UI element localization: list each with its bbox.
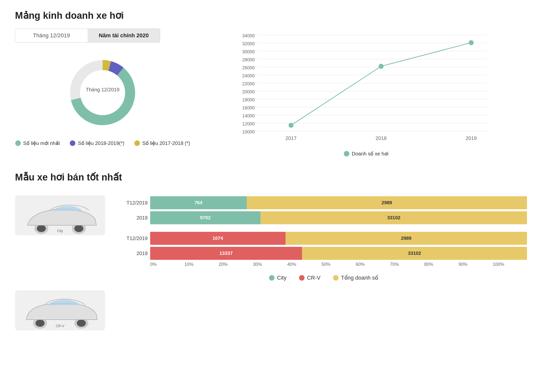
bar-legend-city: City [269, 275, 287, 281]
bar-label-crv-t12: T12/2019 [120, 236, 148, 241]
right-panel: 34000 32000 30000 28000 26000 24000 2200… [205, 29, 527, 157]
legend-dot-2 [134, 140, 140, 146]
car-image-city: City [15, 195, 105, 235]
legend-item-2: Số liệu 2017-2018 (*) [134, 140, 190, 146]
x-label-10: 10% [184, 262, 219, 267]
legend-label-2: Số liệu 2017-2018 (*) [142, 140, 190, 146]
bar-city-2019-total: 33102 [260, 211, 527, 224]
bar-crv-2019-total: 33102 [302, 247, 527, 260]
svg-text:CR-V: CR-V [56, 324, 65, 328]
svg-text:28000: 28000 [242, 57, 255, 62]
svg-point-44 [36, 320, 45, 327]
svg-text:16000: 16000 [242, 105, 255, 110]
bar-chart-area: T12/2019 764 2989 2019 9702 33102 [120, 190, 527, 281]
legend-label-0: Số liệu mới nhất [23, 140, 60, 146]
bar-label-city-t12: T12/2019 [120, 200, 148, 206]
tab-monthly[interactable]: Tháng 12/2019 [15, 29, 88, 42]
svg-point-4 [81, 71, 124, 114]
legend-dot-0 [15, 140, 21, 146]
x-label-50: 50% [322, 262, 356, 267]
section-bottom: Mẫu xe hơi bán tốt nhất City [15, 172, 527, 330]
x-label-80: 80% [424, 262, 458, 267]
bar-group-city-t12: T12/2019 764 2989 [120, 196, 527, 209]
section-title-top: Mảng kinh doanh xe hơi [15, 10, 527, 21]
bar-legend-dot-total [333, 275, 339, 281]
bar-crv-t12-total: 2989 [286, 232, 527, 245]
svg-text:30000: 30000 [242, 49, 255, 54]
bar-legend-crv: CR-V [299, 275, 321, 281]
donut-chart: Tháng 12/2019 [63, 53, 143, 133]
bar-chart-legend: City CR-V Tổng doanh số [120, 275, 527, 281]
svg-text:2018: 2018 [376, 135, 387, 141]
bar-track-crv-t12: 1074 2989 [150, 232, 527, 245]
svg-text:26000: 26000 [242, 65, 255, 70]
x-label-60: 60% [356, 262, 390, 267]
section-title-bottom: Mẫu xe hơi bán tốt nhất [15, 172, 527, 183]
svg-text:32000: 32000 [242, 41, 255, 46]
bar-legend-dot-crv [299, 275, 305, 281]
legend-area: Số liệu mới nhất Số liệu 2018-2019(*) Số… [15, 140, 190, 146]
bar-section: City CR-V [15, 190, 527, 330]
bar-label-city-2019: 2019 [120, 215, 148, 221]
legend-label-doanh-so: Doanh số xe hơi [352, 151, 388, 157]
left-panel: Tháng 12/2019 Năm tài chính 2020 Tháng 1… [15, 29, 190, 146]
svg-text:24000: 24000 [242, 73, 255, 78]
bar-group-crv-2019: 2019 13337 33102 [120, 247, 527, 260]
bar-track-city-t12: 764 2989 [150, 196, 527, 209]
bar-legend-label-total: Tổng doanh số [341, 275, 378, 281]
car-image-crv: CR-V [15, 290, 105, 330]
bar-group-crv-t12: T12/2019 1074 2989 [120, 232, 527, 245]
svg-point-32 [289, 123, 294, 128]
bar-legend-dot-city [269, 275, 275, 281]
svg-text:20000: 20000 [242, 89, 255, 94]
bar-group-city-2019: 2019 9702 33102 [120, 211, 527, 224]
svg-text:Tháng 12/2019: Tháng 12/2019 [86, 87, 120, 92]
x-label-20: 20% [219, 262, 253, 267]
line-chart-legend: Doanh số xe hơi [205, 151, 527, 157]
legend-dot-1 [70, 140, 75, 146]
x-label-0: 0% [150, 262, 184, 267]
tab-fiscal[interactable]: Năm tài chính 2020 [88, 29, 160, 42]
svg-text:22000: 22000 [242, 81, 255, 86]
legend-label-1: Số liệu 2018-2019(*) [78, 140, 124, 146]
svg-point-46 [77, 320, 86, 327]
bar-city-t12-city: 764 [150, 196, 247, 209]
car-images: City CR-V [15, 190, 110, 330]
tab-row: Tháng 12/2019 Năm tài chính 2020 [15, 29, 160, 43]
bar-x-axis-top [120, 190, 527, 195]
donut-chart-area: Tháng 12/2019 [15, 53, 190, 133]
bar-legend-label-crv: CR-V [307, 275, 321, 281]
svg-text:2019: 2019 [466, 135, 477, 141]
line-chart: 34000 32000 30000 28000 26000 24000 2200… [205, 31, 527, 146]
x-label-100: 100% [493, 262, 527, 267]
x-axis-labels: 0% 10% 20% 30% 40% 50% 60% 70% 80% 90% 1… [150, 262, 527, 267]
svg-text:34000: 34000 [242, 33, 255, 38]
legend-doanh-so: Doanh số xe hơi [344, 151, 388, 157]
city-car-svg: City [18, 197, 103, 234]
bar-crv-2019-crv: 13337 [150, 247, 302, 260]
bar-legend-total: Tổng doanh số [333, 275, 378, 281]
x-label-30: 30% [253, 262, 287, 267]
svg-point-33 [379, 64, 384, 69]
svg-text:City: City [57, 229, 63, 233]
x-label-90: 90% [458, 262, 493, 267]
svg-point-39 [37, 225, 46, 232]
x-label-40: 40% [287, 262, 322, 267]
bar-track-crv-2019: 13337 33102 [150, 247, 527, 260]
crv-car-svg: CR-V [18, 292, 103, 329]
svg-point-41 [74, 225, 83, 232]
bar-city-2019-city: 9702 [150, 211, 260, 224]
legend-item-0: Số liệu mới nhất [15, 140, 60, 146]
svg-point-34 [469, 40, 474, 45]
bar-label-crv-2019: 2019 [120, 251, 148, 256]
svg-text:2017: 2017 [286, 135, 297, 141]
bar-legend-label-city: City [277, 275, 287, 281]
svg-text:12000: 12000 [242, 121, 255, 126]
bar-crv-t12-crv: 1074 [150, 232, 286, 245]
svg-text:18000: 18000 [242, 97, 255, 102]
legend-dot-doanh-so [344, 151, 349, 156]
bar-track-city-2019: 9702 33102 [150, 211, 527, 224]
svg-text:14000: 14000 [242, 113, 255, 118]
bar-city-t12-total: 2989 [247, 196, 527, 209]
svg-text:10000: 10000 [242, 129, 255, 134]
